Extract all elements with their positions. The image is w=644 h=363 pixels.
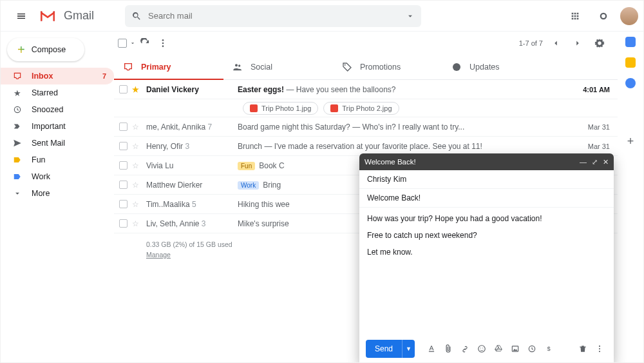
minimize-icon[interactable]: — (580, 158, 587, 166)
send-options-dropdown[interactable]: ▼ (402, 340, 415, 358)
compose-button[interactable]: + Compose (7, 38, 84, 61)
discard-button[interactable] (575, 341, 591, 357)
row-checkbox[interactable] (114, 123, 132, 131)
confidential-button[interactable] (524, 341, 540, 357)
hamburger-menu-button[interactable] (8, 3, 34, 29)
prev-page-button[interactable] (547, 34, 565, 52)
get-addons-button[interactable]: + (627, 135, 634, 148)
compose-body[interactable]: How was your trip? Hope you had a good v… (359, 208, 614, 335)
email-from: Henry, Ofir 3 (146, 142, 238, 151)
row-checkbox[interactable] (114, 219, 132, 228)
account-avatar[interactable] (620, 7, 638, 25)
toolbar: 1-7 of 7 (114, 32, 618, 55)
calendar-addon[interactable] (625, 37, 636, 47)
image-icon (511, 344, 520, 353)
drive-button[interactable] (491, 341, 506, 357)
money-button[interactable]: $ (541, 341, 556, 357)
star-button[interactable]: ★ (132, 85, 146, 94)
row-checkbox[interactable] (114, 142, 132, 150)
keep-addon[interactable] (625, 57, 636, 68)
tab-label: Primary (141, 63, 171, 72)
search-bar[interactable] (125, 5, 421, 27)
star-button[interactable]: ☆ (132, 142, 146, 151)
photo-button[interactable] (507, 341, 523, 357)
search-dropdown-icon[interactable] (406, 12, 415, 21)
emoji-button[interactable] (474, 341, 489, 357)
svg-point-11 (480, 348, 481, 348)
compose-more-button[interactable] (592, 341, 607, 357)
emoji-icon (477, 344, 486, 353)
tab-social[interactable]: Social (223, 55, 333, 79)
sidebar-item-sent[interactable]: Sent Mail (1, 135, 114, 152)
sidebar-item-more[interactable]: More (1, 185, 114, 202)
star-button[interactable]: ☆ (132, 123, 146, 132)
tab-promotions[interactable]: Promotions (333, 55, 442, 79)
close-icon[interactable]: ✕ (603, 158, 609, 166)
email-row[interactable]: ☆me, Ankit, Annika 7Board game night thi… (114, 117, 618, 137)
compose-body-line: Free to catch up next weekend? (367, 231, 606, 240)
sidebar-item-snoozed[interactable]: Snoozed (1, 101, 114, 118)
bell-icon (598, 11, 609, 21)
svg-point-10 (478, 346, 486, 353)
star-button[interactable]: ☆ (132, 200, 146, 209)
sidebar-item-important[interactable]: Important (1, 118, 114, 135)
tab-primary[interactable]: Primary (114, 55, 223, 79)
compose-header[interactable]: Welcome Back! — ⤢ ✕ (359, 153, 614, 170)
compose-title: Welcome Back! (365, 158, 416, 166)
attachment-chip[interactable]: Trip Photo 2.jpg (323, 102, 399, 115)
svg-point-17 (599, 348, 600, 349)
attachment-name: Trip Photo 1.jpg (261, 104, 311, 112)
compose-to-field[interactable]: Christy Kim (359, 170, 614, 189)
chevron-right-icon (573, 39, 582, 48)
row-checkbox[interactable] (114, 85, 132, 93)
send-icon (12, 139, 23, 148)
row-checkbox[interactable] (114, 161, 132, 170)
gear-icon (594, 38, 605, 48)
attachment-chip[interactable]: Trip Photo 1.jpg (243, 102, 318, 115)
google-apps-button[interactable] (564, 5, 587, 28)
sidebar-item-fun[interactable]: Fun (1, 152, 114, 168)
tab-updates[interactable]: Updates (442, 55, 552, 79)
compose-subject-field[interactable]: Welcome Back! (359, 189, 614, 208)
lock-clock-icon (527, 344, 536, 353)
side-panel: + (618, 32, 643, 362)
row-checkbox[interactable] (114, 181, 132, 189)
attachment-row: Trip Photo 1.jpgTrip Photo 2.jpg (114, 99, 618, 117)
svg-point-5 (162, 45, 164, 47)
expand-icon[interactable]: ⤢ (592, 158, 598, 166)
image-file-icon (250, 104, 258, 112)
refresh-button[interactable] (136, 34, 154, 52)
svg-point-3 (162, 39, 164, 41)
send-label: Send (366, 344, 402, 353)
link-button[interactable] (457, 341, 473, 357)
more-button[interactable] (154, 34, 172, 52)
formatting-button[interactable] (424, 341, 439, 357)
attach-button[interactable] (440, 341, 456, 357)
manage-storage-link[interactable]: Manage (146, 251, 171, 259)
notifications-button[interactable] (592, 5, 615, 28)
row-checkbox[interactable] (114, 200, 132, 208)
email-snippet: — I've made a reservation at your favori… (264, 142, 482, 151)
star-button[interactable]: ☆ (132, 181, 146, 190)
refresh-icon (140, 38, 150, 48)
more-vert-icon (158, 38, 168, 48)
sidebar-item-inbox[interactable]: Inbox 7 (1, 68, 114, 84)
star-button[interactable]: ☆ (132, 219, 146, 228)
send-button[interactable]: Send ▼ (366, 340, 415, 358)
next-page-button[interactable] (569, 34, 587, 52)
email-date: 4:01 AM (576, 86, 610, 93)
tasks-addon[interactable] (625, 78, 636, 88)
settings-button[interactable] (591, 34, 609, 52)
svg-point-12 (482, 348, 483, 348)
email-row[interactable]: ★Daniel VickeryEaster eggs! — Have you s… (114, 80, 618, 99)
sidebar-item-starred[interactable]: ★ Starred (1, 84, 114, 101)
select-all-checkbox[interactable] (118, 34, 136, 52)
email-label: Work (238, 181, 259, 190)
search-input[interactable] (148, 11, 399, 21)
sidebar-item-work[interactable]: Work (1, 168, 114, 185)
email-subject: Book C (259, 161, 284, 170)
sidebar-item-count: 7 (102, 72, 106, 80)
email-from: me, Ankit, Annika 7 (146, 123, 238, 132)
star-button[interactable]: ☆ (132, 161, 146, 170)
email-subject: Board game night this Saturday? (238, 123, 350, 132)
